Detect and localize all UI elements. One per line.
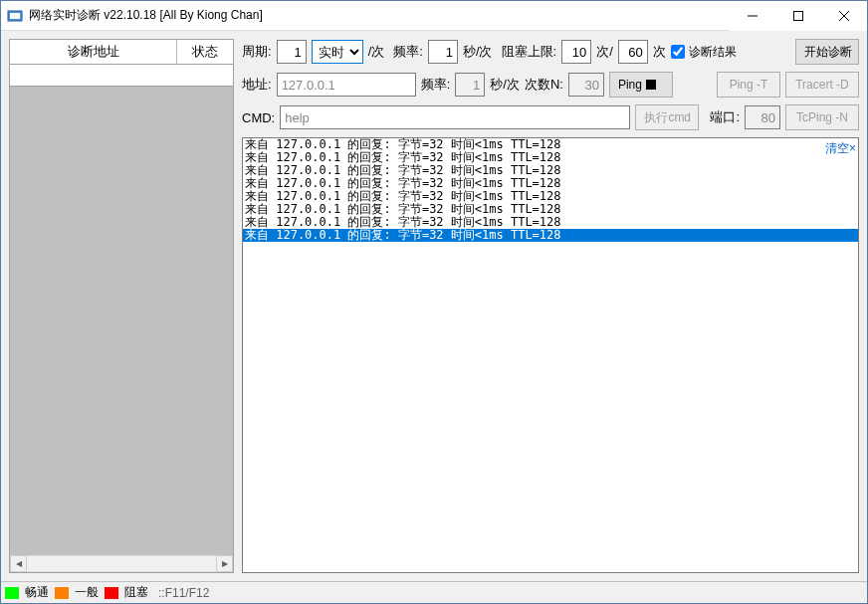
freq2-input[interactable] [455,73,485,97]
right-panel: 周期: 实时 /次 频率: 秒/次 阻塞上限: 次/ 次 诊断结果 开始诊断 地… [242,39,859,573]
block-label: 阻塞上限: [502,43,557,61]
scroll-right-icon[interactable]: ▶ [216,555,233,572]
h-scrollbar[interactable]: ◀ ▶ [10,555,233,572]
body-area: 诊断地址 状态 ◀ ▶ 周期: 实时 /次 频率: [1,31,867,581]
period-label: 周期: [242,43,272,61]
app-icon [7,8,23,24]
settings-row-2: 地址: 频率: 秒/次 次数N: Ping Ping -T Tracert -D [242,72,859,98]
block-b-unit: 次 [653,43,666,61]
left-panel: 诊断地址 状态 ◀ ▶ [9,39,234,573]
swatch-good-icon [5,587,19,599]
settings-row-3: CMD: 执行cmd 端口: TcPing -N [242,104,859,130]
period-input[interactable] [277,40,307,64]
left-header: 诊断地址 状态 [9,39,234,65]
scroll-left-icon[interactable]: ◀ [10,555,27,572]
freq-unit-label: 秒/次 [463,43,493,61]
app-window: 网络实时诊断 v22.10.18 [All By Kiong Chan] 诊断地… [0,0,868,604]
clear-link[interactable]: 清空× [825,140,856,157]
settings-row-1: 周期: 实时 /次 频率: 秒/次 阻塞上限: 次/ 次 诊断结果 开始诊断 [242,39,859,65]
port-label: 端口: [710,108,740,126]
stop-square-icon [646,80,656,90]
per-unit-label: /次 [368,43,385,61]
output-lines[interactable]: 来自 127.0.0.1 的回复: 字节=32 时间<1ms TTL=128来自… [243,138,858,572]
block-b-input[interactable] [618,40,648,64]
swatch-mid-icon [55,587,69,599]
col-status-header[interactable]: 状态 [177,40,233,64]
freq2-label: 频率: [421,76,451,94]
block-a-unit: 次/ [596,43,613,61]
freq-label: 频率: [393,43,423,61]
tcping-button[interactable]: TcPing -N [785,104,859,130]
freq2-unit: 秒/次 [490,76,520,94]
statusbar: 畅通 一般 阻塞 ::F11/F12 [1,581,867,603]
address-list[interactable]: ◀ ▶ [9,87,234,573]
col-address-header[interactable]: 诊断地址 [10,40,177,64]
legend-bad: 阻塞 [124,584,148,601]
scroll-track[interactable] [27,555,216,572]
countn-input[interactable] [568,73,604,97]
svg-rect-3 [794,12,803,21]
realtime-select[interactable]: 实时 [312,40,363,64]
output-line[interactable]: 来自 127.0.0.1 的回复: 字节=32 时间<1ms TTL=128 [243,229,858,242]
addr-input[interactable] [277,73,416,97]
window-title: 网络实时诊断 v22.10.18 [All By Kiong Chan] [29,7,730,24]
diag-result-checkbox[interactable]: 诊断结果 [671,44,737,61]
left-input-row [9,65,234,87]
countn-label: 次数N: [525,76,563,94]
swatch-bad-icon [105,587,118,599]
ping-button[interactable]: Ping [609,72,673,98]
tracert-button[interactable]: Tracert -D [785,72,859,98]
port-input[interactable] [745,105,780,129]
ping-t-button[interactable]: Ping -T [717,72,780,98]
titlebar: 网络实时诊断 v22.10.18 [All By Kiong Chan] [1,1,867,31]
cmd-label: CMD: [242,110,275,125]
block-a-input[interactable] [561,40,591,64]
exec-cmd-button[interactable]: 执行cmd [635,104,699,130]
addr-label: 地址: [242,76,272,94]
hotkey-hint: ::F11/F12 [158,586,209,600]
close-button[interactable] [821,1,867,31]
diag-result-label: 诊断结果 [689,44,737,61]
start-diagnosis-button[interactable]: 开始诊断 [795,39,859,65]
output-area[interactable]: 清空× 来自 127.0.0.1 的回复: 字节=32 时间<1ms TTL=1… [242,137,859,573]
legend-mid: 一般 [75,584,99,601]
window-controls [730,1,867,30]
cmd-input[interactable] [280,105,630,129]
maximize-button[interactable] [775,1,821,31]
legend-good: 畅通 [25,584,49,601]
freq-input[interactable] [428,40,458,64]
svg-rect-1 [10,13,20,19]
address-entry-input[interactable] [10,65,233,86]
minimize-button[interactable] [730,1,775,31]
ping-button-label: Ping [618,78,642,92]
